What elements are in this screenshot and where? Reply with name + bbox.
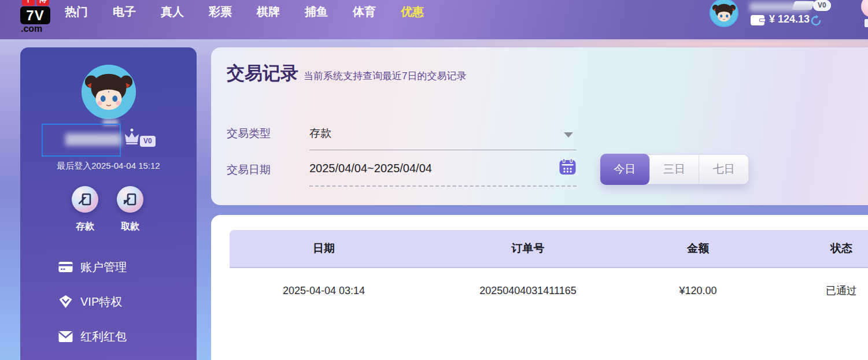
table-header-amount: 金额	[638, 230, 758, 267]
sidebar-item-label: 红利红包	[80, 329, 127, 344]
transaction-filter-panel: 交易记录 当前系统支持查询最近7日的交易记录 交易类型 存款 交易日期 2025…	[211, 47, 868, 205]
date-underline	[309, 185, 577, 187]
transaction-table-panel: 日期 订单号 金额 状态 2025-04-04 03:14 2025040403…	[211, 215, 868, 360]
table-header-status: 状态	[758, 230, 868, 267]
wallet-balance: ¥ 124.13	[769, 13, 810, 25]
nav-item-slots[interactable]: 电子	[113, 5, 136, 18]
cell-order-number: 20250404031411165	[418, 268, 638, 313]
sidebar-item-bonus[interactable]: 红利红包	[58, 328, 127, 344]
brand-badge-left: 中	[22, 0, 35, 6]
avatar-illustration	[711, 0, 737, 26]
brand-name: 7V	[20, 6, 50, 24]
sidebar-item-label: 账户管理	[80, 259, 127, 275]
sidebar: V0 最后登入2025-04-04 15:12 存款 取款	[20, 47, 197, 360]
nav-item-hot[interactable]: 热门	[65, 5, 88, 18]
withdraw-label[interactable]: 取款	[113, 221, 147, 233]
transaction-date-label: 交易日期	[227, 162, 271, 177]
date-range-segmented-control: 今日 三日 七日	[600, 154, 749, 184]
card-icon	[58, 261, 73, 273]
vip-level-badge: V0	[813, 0, 831, 11]
table-header-row: 日期 订单号 金额 状态	[230, 230, 868, 268]
range-button-3days[interactable]: 三日	[650, 155, 700, 184]
cell-date: 2025-04-04 03:14	[230, 268, 418, 313]
nav-item-live[interactable]: 真人	[161, 5, 184, 18]
vip-level-badge: V0	[140, 136, 156, 147]
brand-logo[interactable]: 中 博 7V .com	[20, 0, 55, 39]
refresh-balance-icon[interactable]	[810, 14, 822, 27]
nav-item-promos[interactable]: 优惠	[401, 5, 424, 18]
avatar-illustration	[82, 65, 136, 119]
vip-progress-icon	[792, 1, 815, 10]
page: 中 博 7V .com 热门 电子 真人 彩票 棋牌 捕鱼 体育 优惠	[0, 0, 868, 360]
calendar-icon[interactable]	[559, 158, 576, 175]
withdraw-icon	[123, 192, 138, 207]
username-redacted	[65, 133, 121, 146]
sidebar-item-vip[interactable]: VIP特权	[58, 294, 122, 310]
sidebar-item-label: VIP特权	[80, 294, 122, 310]
select-underline	[309, 150, 577, 150]
nav-item-lottery[interactable]: 彩票	[209, 5, 232, 18]
nav-menu: 热门 电子 真人 彩票 棋牌 捕鱼 体育 优惠	[65, 5, 424, 18]
withdraw-button[interactable]	[117, 186, 143, 213]
range-button-7days[interactable]: 七日	[699, 155, 748, 184]
user-avatar[interactable]	[710, 0, 738, 27]
brand-badge-right: 博	[36, 0, 49, 6]
brand-badges: 中 博	[22, 0, 49, 6]
wallet-icon	[751, 14, 766, 26]
chevron-down-icon[interactable]	[564, 132, 573, 138]
nav-item-sports[interactable]: 体育	[353, 5, 376, 18]
deposit-icon	[77, 192, 93, 207]
transaction-type-select[interactable]: 存款	[309, 126, 575, 141]
top-nav: 中 博 7V .com 热门 电子 真人 彩票 棋牌 捕鱼 体育 优惠	[0, 0, 868, 39]
title-row: 交易记录 当前系统支持查询最近7日的交易记录	[227, 61, 466, 86]
date-range-input[interactable]: 2025/04/04~2025/04/04	[309, 162, 552, 175]
table-header-order: 订单号	[418, 230, 638, 267]
vip-badge-icon	[58, 295, 73, 309]
table-header-date: 日期	[230, 230, 418, 267]
deposit-button[interactable]	[72, 186, 98, 213]
range-button-today[interactable]: 今日	[600, 154, 650, 185]
envelope-icon	[58, 331, 73, 343]
crown-icon	[122, 128, 142, 146]
transaction-type-label: 交易类型	[227, 126, 271, 141]
table-row: 2025-04-04 03:14 20250404031411165 ¥120.…	[230, 268, 868, 313]
page-title: 交易记录	[227, 61, 298, 86]
floating-promo-label	[865, 19, 868, 27]
cell-status: 已通过	[758, 268, 868, 313]
page-subtitle: 当前系统支持查询最近7日的交易记录	[304, 69, 466, 86]
brand-suffix: .com	[21, 24, 42, 34]
nav-item-cards[interactable]: 棋牌	[257, 5, 280, 18]
last-login-text: 最后登入2025-04-04 15:12	[20, 161, 197, 172]
profile-avatar	[82, 65, 136, 119]
sidebar-item-account[interactable]: 账户管理	[58, 259, 127, 275]
cell-amount: ¥120.00	[638, 268, 758, 313]
deposit-label[interactable]: 存款	[68, 221, 102, 233]
nav-item-fishing[interactable]: 捕鱼	[305, 5, 328, 18]
